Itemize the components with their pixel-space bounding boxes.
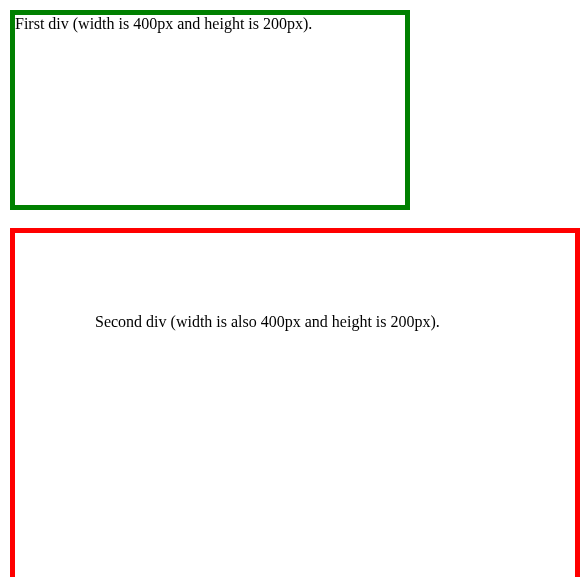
second-div-text: Second div (width is also 400px and heig…: [95, 313, 440, 330]
second-div-box: Second div (width is also 400px and heig…: [10, 228, 580, 577]
first-div-text: First div (width is 400px and height is …: [15, 15, 312, 32]
first-div-box: First div (width is 400px and height is …: [10, 10, 410, 210]
